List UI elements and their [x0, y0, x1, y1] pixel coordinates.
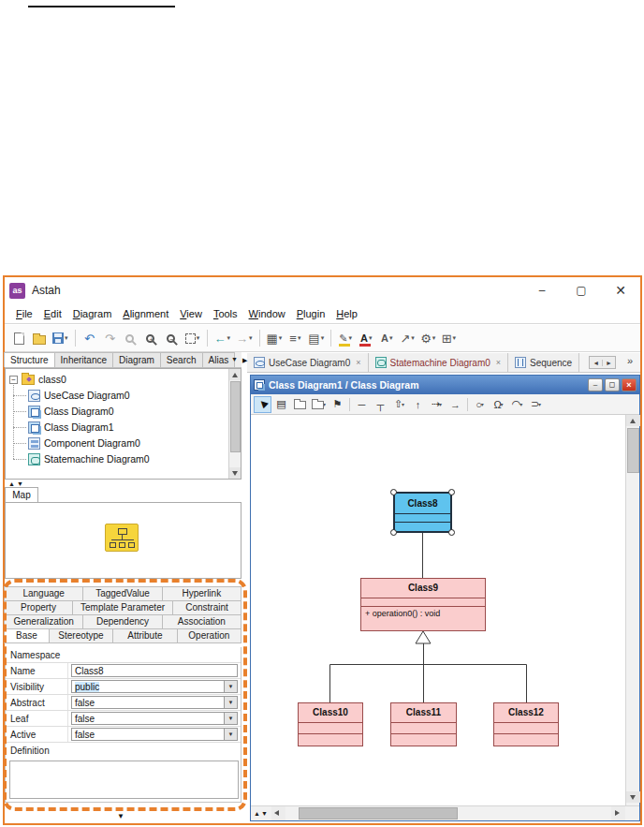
- resize-handle[interactable]: [390, 489, 397, 495]
- diagram-canvas[interactable]: Class8 Class9 + operation0() : void Clas…: [251, 415, 625, 805]
- text-tool-button[interactable]: A▾: [377, 328, 396, 348]
- child-restore-button[interactable]: ◻: [605, 378, 620, 391]
- splitter-up-icon[interactable]: ▲: [254, 810, 261, 817]
- save-button[interactable]: ▾: [51, 328, 70, 348]
- resize-handle[interactable]: [448, 529, 455, 536]
- child-close-button[interactable]: ×: [622, 378, 637, 391]
- close-tab-icon[interactable]: ×: [496, 358, 501, 367]
- order-dropdown-icon[interactable]: ▾: [321, 334, 325, 342]
- uml-class-class9[interactable]: Class9 + operation0() : void: [360, 578, 486, 631]
- splitter-up-icon[interactable]: ▲: [8, 480, 17, 487]
- child-window-titlebar[interactable]: Class Diagram1 / Class Diagram – ◻ ×: [251, 376, 639, 394]
- anchor-tool-button[interactable]: ┬: [372, 396, 389, 413]
- tree-item-class-diagram0[interactable]: Class Diagram0: [28, 404, 114, 419]
- chevron-down-icon[interactable]: ▼: [224, 697, 237, 708]
- map-overview-icon[interactable]: [105, 524, 139, 552]
- splitter-down-icon[interactable]: ▼: [261, 810, 269, 817]
- align-dropdown-icon[interactable]: ▾: [298, 334, 301, 342]
- tab-base[interactable]: Base: [4, 628, 50, 643]
- text-tool-dropdown-icon[interactable]: ▾: [389, 334, 393, 342]
- settings-dropdown-icon[interactable]: ▾: [432, 334, 436, 342]
- back-button[interactable]: ←▾: [212, 328, 233, 348]
- zoom-button[interactable]: [122, 328, 140, 348]
- dropdown-icon[interactable]: ▾: [402, 401, 404, 407]
- structure-button[interactable]: ⊞▾: [439, 328, 458, 348]
- usage-tool-button[interactable]: ⊃▾: [527, 396, 545, 413]
- structure-dropdown-icon[interactable]: ▾: [453, 334, 457, 342]
- tab-structure[interactable]: Structure: [4, 352, 55, 367]
- diagram-tab-statemachine[interactable]: Statemachine Diagram0 ×: [369, 353, 509, 372]
- maximize-button[interactable]: ▢: [562, 278, 601, 303]
- menu-diagram[interactable]: Diagram: [67, 305, 118, 322]
- save-dropdown-icon[interactable]: ▾: [65, 334, 68, 342]
- definition-textarea[interactable]: [9, 761, 239, 799]
- font-color-button[interactable]: A▾: [357, 328, 375, 348]
- uml-class-class8[interactable]: Class8: [393, 492, 452, 533]
- align-button[interactable]: ≡▾: [285, 328, 304, 348]
- editor-splitter-buttons[interactable]: ▲▼: [251, 810, 271, 817]
- dropdown-icon[interactable]: ▾: [481, 401, 484, 407]
- vertical-scrollbar-thumb[interactable]: [627, 428, 639, 473]
- scroll-left-button[interactable]: [271, 806, 285, 820]
- map-tab[interactable]: Map: [5, 487, 38, 502]
- panel-menu-caret-icon[interactable]: ▼: [231, 356, 238, 362]
- interface-tool-button[interactable]: ○▾: [471, 396, 489, 413]
- menu-file[interactable]: File: [10, 305, 38, 322]
- undo-button[interactable]: ↶: [80, 328, 99, 348]
- tree-root-row[interactable]: − class0: [9, 372, 66, 387]
- dropdown-icon[interactable]: ▾: [520, 401, 522, 407]
- active-select[interactable]: false ▼: [71, 728, 238, 741]
- line-tool-button[interactable]: ─: [353, 396, 371, 413]
- splitter-collapse-icon[interactable]: ▶: [242, 357, 247, 364]
- tab-hyperlink[interactable]: Hyperlink: [162, 586, 242, 601]
- zoom-out-button[interactable]: −: [163, 328, 182, 348]
- realization-tool-button[interactable]: ↑: [409, 396, 427, 413]
- dropdown-icon[interactable]: ▾: [501, 401, 504, 407]
- tab-generalization[interactable]: Generalization: [4, 614, 83, 629]
- grid-dropdown-icon[interactable]: ▾: [279, 334, 283, 342]
- minimize-button[interactable]: –: [522, 278, 562, 303]
- resize-handle[interactable]: [448, 489, 455, 495]
- menu-alignment[interactable]: Alignment: [117, 305, 174, 322]
- splitter-down-icon[interactable]: ▼: [17, 480, 25, 487]
- menu-tools[interactable]: Tools: [208, 305, 243, 322]
- open-button[interactable]: [30, 328, 49, 348]
- package-tool-button[interactable]: [291, 396, 309, 413]
- uml-class-class10[interactable]: Class10: [298, 702, 363, 746]
- tree-scrollbar-thumb[interactable]: [230, 381, 241, 452]
- tab-overflow-icon[interactable]: »: [627, 355, 633, 366]
- tab-operation[interactable]: Operation: [177, 628, 242, 643]
- tree-map-splitter[interactable]: ▲▼: [8, 480, 25, 487]
- arc-tool-button[interactable]: ◠▾: [508, 396, 526, 413]
- class-tool-button[interactable]: ▤: [272, 396, 290, 413]
- menu-view[interactable]: View: [174, 305, 208, 322]
- menu-window[interactable]: Window: [243, 305, 291, 322]
- tree-item-class-diagram1[interactable]: Class Diagram1: [28, 420, 114, 435]
- tab-language[interactable]: Language: [4, 586, 83, 601]
- scroll-down-button[interactable]: [229, 467, 242, 479]
- forward-button[interactable]: →▾: [234, 328, 255, 348]
- zoom-in-button[interactable]: +: [142, 328, 161, 348]
- menu-edit[interactable]: Edit: [38, 305, 67, 322]
- tab-attribute[interactable]: Attribute: [112, 628, 177, 643]
- line-tool-dropdown-icon[interactable]: ▾: [411, 334, 415, 342]
- pin-tool-button[interactable]: ⚑: [329, 396, 346, 413]
- scroll-down-button[interactable]: [626, 791, 640, 803]
- tab-diagram[interactable]: Diagram: [112, 352, 161, 367]
- close-tab-icon[interactable]: ×: [356, 358, 360, 367]
- child-minimize-button[interactable]: –: [588, 378, 603, 391]
- tab-search[interactable]: Search: [160, 352, 203, 367]
- grid-button[interactable]: ▦▾: [265, 328, 285, 348]
- tab-stereotype[interactable]: Stereotype: [49, 628, 113, 643]
- menu-plugin[interactable]: Plugin: [291, 305, 331, 322]
- panel-bottom-caret-icon[interactable]: ▼: [117, 812, 124, 820]
- dropdown-icon[interactable]: ▾: [439, 401, 442, 407]
- generalization-tool-button[interactable]: ⇧▾: [390, 396, 408, 413]
- chevron-down-icon[interactable]: ▼: [224, 713, 237, 724]
- tree-expander-icon[interactable]: −: [9, 376, 18, 384]
- menu-help[interactable]: Help: [330, 305, 363, 322]
- diagram-tab-sequence[interactable]: Sequence: [508, 353, 579, 372]
- abstract-select[interactable]: false ▼: [71, 696, 238, 709]
- tab-taggedvalue[interactable]: TaggedValue: [82, 586, 162, 601]
- tab-property[interactable]: Property: [4, 600, 73, 615]
